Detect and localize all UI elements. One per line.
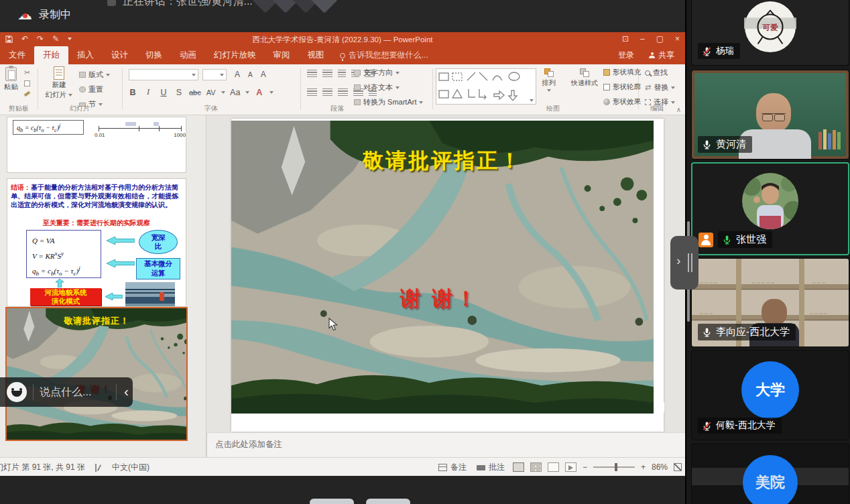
- participant-tile-meiyuan[interactable]: 美院: [691, 443, 849, 504]
- tab-review[interactable]: 审阅: [265, 46, 299, 64]
- reading-view-button[interactable]: [548, 462, 559, 472]
- chat-input[interactable]: 说点什么...: [40, 385, 91, 399]
- collapse-ribbon-icon[interactable]: ∧: [676, 106, 681, 113]
- character-spacing-button[interactable]: AV: [206, 88, 217, 97]
- shape-fill-button[interactable]: 形状填充: [603, 68, 641, 77]
- tell-me-box[interactable]: 告诉我您想要做什么...: [340, 50, 428, 64]
- ribbon-options-icon[interactable]: ⊡: [622, 34, 629, 44]
- strikethrough-button[interactable]: abc: [189, 88, 201, 97]
- slide-title-text[interactable]: 敬请批评指正！: [231, 147, 654, 175]
- font-size-input[interactable]: [202, 69, 227, 80]
- notes-pane[interactable]: 点击此处添加备注: [206, 432, 685, 457]
- panel-toggle-handle[interactable]: ›: [670, 236, 699, 290]
- meeting-control-button[interactable]: [366, 499, 410, 504]
- font-name-input[interactable]: [129, 69, 198, 80]
- meeting-control-button[interactable]: [310, 499, 354, 504]
- replace-button[interactable]: ⇄替换: [645, 82, 675, 92]
- decrease-indent-icon[interactable]: [338, 70, 346, 77]
- quick-styles-button[interactable]: 快速样式: [568, 68, 601, 88]
- align-left-icon[interactable]: [307, 88, 317, 96]
- layout-button[interactable]: 版式: [79, 70, 110, 80]
- share-button[interactable]: 共享: [649, 50, 674, 61]
- current-slide[interactable]: 敬请批评指正！ 谢 谢！: [231, 119, 664, 432]
- clear-formatting-button[interactable]: A: [261, 70, 266, 79]
- slideshow-button[interactable]: [565, 462, 576, 472]
- font-name-combo[interactable]: [129, 69, 198, 80]
- participant-tile-heyi[interactable]: 大学 何毅-西北大学: [691, 350, 849, 440]
- editing-group-label: 编辑: [638, 104, 676, 113]
- recording-indicator[interactable]: ☁ 录制中: [17, 7, 71, 22]
- zoom-slider-thumb[interactable]: [615, 463, 617, 471]
- copy-button[interactable]: [24, 80, 30, 86]
- fit-to-window-icon[interactable]: [674, 463, 682, 471]
- slide-thanks-text[interactable]: 谢 谢！: [400, 285, 479, 313]
- align-center-icon[interactable]: [322, 88, 332, 96]
- comments-icon: [477, 464, 485, 470]
- cut-button[interactable]: ✂: [24, 68, 30, 77]
- notes-toggle[interactable]: 备注: [436, 460, 469, 475]
- copy-icon: [24, 80, 30, 86]
- emoji-icon[interactable]: [7, 382, 27, 402]
- minimize-icon[interactable]: –: [640, 34, 645, 44]
- format-painter-button[interactable]: [24, 92, 30, 95]
- speaking-banner: 正在讲话：张世强/黄河清...: [123, 0, 253, 9]
- grow-font-button[interactable]: A: [235, 70, 240, 79]
- underline-button[interactable]: U: [158, 88, 169, 97]
- participant-tile-huangheqing[interactable]: 黄河清: [691, 70, 849, 160]
- font-size-combo[interactable]: [202, 69, 227, 80]
- numbering-icon[interactable]: [322, 70, 332, 77]
- zoom-in-icon[interactable]: +: [641, 462, 646, 472]
- thumbnail-slide-89[interactable]: qb = cb(τo − τc)j 0.01 1000: [7, 117, 186, 173]
- align-text-button[interactable]: 对齐文本: [354, 82, 400, 92]
- language-status[interactable]: 中文(中国): [112, 462, 149, 473]
- shapes-more-icon[interactable]: [530, 99, 534, 102]
- slide-sorter-button[interactable]: [530, 462, 542, 472]
- participant-tile-lixiangying[interactable]: 李向应-西北大学: [691, 258, 849, 347]
- new-slide-button[interactable]: 新建 幻灯片: [44, 66, 74, 100]
- shape-outline-button[interactable]: 形状轮廓: [603, 82, 641, 92]
- tab-home[interactable]: 开始: [34, 46, 68, 64]
- italic-button[interactable]: I: [143, 87, 154, 97]
- text-direction-button[interactable]: 文字方向: [354, 68, 400, 78]
- align-right-icon[interactable]: [338, 88, 348, 96]
- shapes-gallery[interactable]: [436, 68, 536, 105]
- shrink-font-button[interactable]: A: [248, 71, 253, 78]
- tab-design[interactable]: 设计: [103, 46, 137, 64]
- reset-button[interactable]: 重置: [79, 84, 103, 94]
- tab-view[interactable]: 视图: [299, 46, 333, 64]
- bold-button[interactable]: B: [127, 88, 138, 97]
- participant-tile-zhangshiqiang-active[interactable]: 张世强: [691, 162, 849, 255]
- chat-collapse-icon[interactable]: ‹: [124, 383, 129, 399]
- zoom-out-icon[interactable]: −: [583, 462, 587, 472]
- bullets-icon[interactable]: [307, 70, 317, 77]
- slide-canvas[interactable]: 敬请批评指正！ 谢 谢！: [206, 115, 685, 432]
- zoom-slider[interactable]: [593, 466, 635, 468]
- window-title: 西北大学学术报告-黄河清 (2022.9.30) — PowerPoint: [0, 35, 685, 45]
- font-color-button[interactable]: A: [254, 88, 265, 97]
- zoom-level[interactable]: 86%: [652, 462, 668, 472]
- doodle-avatar: 可爱: [744, 1, 796, 53]
- paste-button[interactable]: 粘贴: [4, 67, 18, 92]
- normal-view-button[interactable]: [513, 462, 524, 472]
- title-bar: ↶ ↷ ✎ 西北大学学术报告-黄河清 (2022.9.30) — PowerPo…: [0, 32, 685, 47]
- change-case-button[interactable]: Aa: [230, 88, 241, 97]
- maximize-icon[interactable]: ▢: [656, 34, 664, 44]
- thumbnail-slide-91-selected[interactable]: 敬请批评指正！ 谢 谢！: [5, 307, 188, 441]
- spell-pen-icon[interactable]: [95, 464, 103, 472]
- participant-tile-yangrui[interactable]: 可爱 杨瑞: [691, 0, 849, 66]
- scroll-thumb[interactable]: [654, 402, 664, 412]
- speaker-icon: [107, 0, 116, 6]
- arrange-button[interactable]: 排列: [542, 68, 556, 92]
- comments-toggle[interactable]: 批注: [475, 460, 507, 475]
- tab-insert[interactable]: 插入: [68, 46, 103, 64]
- shape-effects-button[interactable]: 形状效果: [603, 97, 641, 107]
- tab-slideshow[interactable]: 幻灯片放映: [205, 46, 265, 64]
- tab-transitions[interactable]: 切换: [137, 46, 171, 64]
- text-shadow-button[interactable]: S: [174, 88, 184, 97]
- tab-file[interactable]: 文件: [0, 46, 34, 64]
- sign-in-button[interactable]: 登录: [618, 50, 634, 61]
- thumbnail-slide-90[interactable]: 结语：基于能量的分析方法相对基于作用力的分析方法简单、结果可信，但需要与野外观测…: [7, 178, 186, 307]
- tab-animations[interactable]: 动画: [171, 46, 205, 64]
- find-button[interactable]: 查找: [645, 68, 668, 78]
- close-icon[interactable]: ×: [675, 34, 680, 44]
